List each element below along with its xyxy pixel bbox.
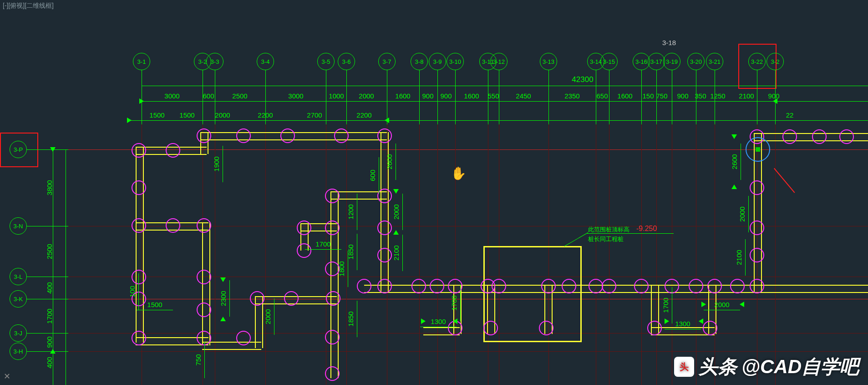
- dim-line: [704, 310, 740, 310]
- dim-line: [420, 327, 457, 327]
- axis-stem: [26, 149, 67, 150]
- axis-bubble-3-L: 3-L: [10, 268, 27, 285]
- grid-line-row-l: [37, 277, 868, 277]
- pile-circle: [197, 218, 211, 233]
- pile-circle: [236, 331, 251, 345]
- dim-line: [357, 301, 357, 337]
- note-elevation: -9.250: [636, 225, 657, 233]
- note-text-2: 桩长同工程桩: [588, 235, 624, 243]
- dim-arrow-icon: [740, 302, 744, 307]
- dim-tick: [499, 118, 499, 123]
- dim-value: 3000: [164, 92, 179, 100]
- dim-line: [402, 235, 403, 271]
- axis-stem: [346, 70, 347, 124]
- dim-value: 2100: [392, 245, 400, 260]
- watermark-text: @CAD自学吧: [741, 354, 859, 380]
- dim-tick: [215, 98, 215, 104]
- dim-tick: [326, 118, 326, 123]
- dim-value: 750: [656, 92, 667, 100]
- dim-value: 550: [487, 92, 499, 100]
- pile-circle: [334, 128, 349, 143]
- dim-value: 2100: [739, 92, 754, 100]
- axis-bubble-3-8: 3-8: [411, 53, 428, 70]
- dim-value: 1900: [213, 156, 220, 171]
- dim-value: 1700: [450, 295, 458, 310]
- dim-value: 1000: [329, 92, 344, 100]
- dim-tick: [641, 118, 642, 123]
- dim-tick: [656, 118, 657, 123]
- dim-tick: [203, 83, 203, 88]
- dim-tick: [437, 98, 438, 104]
- dim-line: [305, 249, 341, 250]
- wall: [381, 191, 389, 292]
- dim-line: [396, 144, 396, 180]
- dim-value: 1500: [149, 111, 164, 119]
- dim-arrow-icon: [665, 318, 669, 324]
- grid-line: [609, 124, 609, 385]
- selection-grip[interactable]: [756, 147, 760, 152]
- axis-bubble-3-4: 3-4: [257, 53, 274, 70]
- cad-viewport[interactable]: [-][俯视][二维线框] 42300: [0, 0, 868, 385]
- pile-circle: [197, 128, 211, 143]
- dim-tick: [641, 83, 642, 88]
- grid-line: [326, 124, 326, 385]
- dim-tick: [326, 83, 326, 88]
- dim-arrow-icon: [50, 147, 56, 152]
- watermark-prefix: 头条: [699, 354, 737, 380]
- dim-arrow-icon: [421, 318, 426, 324]
- dim-tick: [455, 98, 456, 104]
- dim-tick: [548, 118, 549, 123]
- axis-stem: [757, 70, 757, 124]
- pile-circle: [250, 291, 264, 306]
- view-controls-label[interactable]: [-][俯视][二维线框]: [1, 1, 56, 11]
- dim-total: 42300: [572, 75, 593, 84]
- dim-tick: [419, 98, 420, 104]
- dim-arrow-icon: [453, 318, 457, 324]
- axis-stem: [419, 70, 420, 124]
- pile-circle: [357, 279, 371, 293]
- axis-stem: [26, 226, 67, 226]
- axis-bubble-3-P: 3-P: [10, 141, 27, 158]
- pile-circle: [539, 321, 553, 335]
- pile-circle: [839, 129, 854, 144]
- dim-line: [402, 194, 403, 230]
- grid-line: [672, 124, 672, 385]
- dim-line: [223, 146, 223, 182]
- pan-cursor-icon: ✋: [451, 166, 467, 181]
- dim-value: 2200: [356, 111, 371, 119]
- axis-bubble-3-21: 3-21: [706, 53, 723, 70]
- axis-bubble-3-5: 3-5: [317, 53, 335, 70]
- dim-tick: [775, 83, 776, 88]
- pile-circle: [197, 303, 211, 317]
- dim-tick: [548, 83, 549, 88]
- pile-circle: [325, 189, 340, 203]
- pile-circle: [750, 221, 764, 235]
- dim-tick: [596, 83, 596, 88]
- dim-line: [204, 342, 205, 378]
- axis-stem: [455, 70, 456, 124]
- dim-tick: [672, 83, 672, 88]
- dim-tick: [455, 118, 456, 123]
- grid-line: [641, 124, 642, 385]
- dim-value: 2000: [714, 301, 729, 308]
- axis-bubble-3-15: 3-15: [600, 53, 618, 70]
- dim-value: 100: [128, 286, 136, 297]
- dim-tick: [757, 83, 757, 88]
- axis-bubble-3-N: 3-N: [10, 217, 27, 235]
- pile-circle: [166, 218, 180, 233]
- dim-tick: [63, 277, 68, 277]
- dim-value: 2600: [731, 154, 738, 169]
- leader-line: [564, 232, 588, 246]
- dim-value: 900: [677, 92, 688, 100]
- dim-line: [745, 239, 746, 276]
- dim-value: 1800: [338, 261, 345, 276]
- dim-tick: [50, 226, 56, 226]
- viewcube-icon[interactable]: ✕: [4, 371, 10, 381]
- dim-tick: [265, 98, 266, 104]
- dim-line: [665, 329, 701, 329]
- axis-stem: [609, 70, 609, 124]
- dim-line: [357, 234, 357, 270]
- axis-bubble-3-9: 3-9: [429, 53, 446, 70]
- grid-line: [656, 124, 657, 385]
- axis-stem: [26, 299, 67, 299]
